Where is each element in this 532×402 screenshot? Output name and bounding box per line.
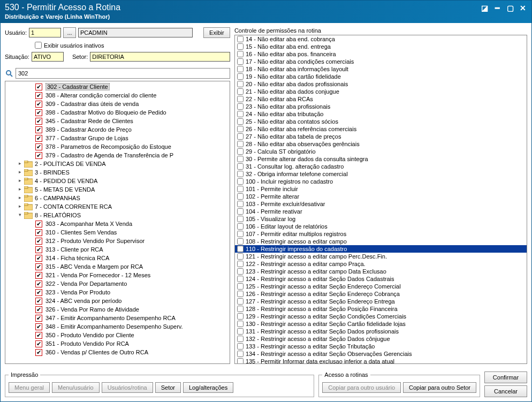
copiar-setor-button[interactable]: Copiar para outro Setor <box>403 382 476 393</box>
permission-item[interactable]: 32 - Obriga informar telefone comercial <box>235 170 527 178</box>
permission-checkbox[interactable] <box>237 126 244 132</box>
permission-checkbox[interactable] <box>237 223 244 230</box>
permission-checkbox[interactable] <box>237 171 244 177</box>
permission-item[interactable]: 110 - Restringir impressão do cadastro <box>235 245 527 253</box>
permission-item[interactable]: 107 - Permitir editar multiplos registro… <box>235 230 527 238</box>
permission-checkbox[interactable] <box>237 343 244 350</box>
permission-checkbox[interactable] <box>237 261 244 267</box>
permission-item[interactable]: 26 - Não editar aba referências comercia… <box>235 125 527 133</box>
permission-item[interactable]: 30 - Permite alterar dados da consulta s… <box>235 155 527 163</box>
permission-item[interactable]: 31 - Consultar log. alteração cadastro <box>235 163 527 170</box>
close-icon[interactable]: ✕ <box>519 4 527 12</box>
expand-icon[interactable]: ▸ <box>17 178 23 184</box>
permission-item[interactable]: 17 - Não editar aba condições comerciais <box>235 58 527 65</box>
tree-routine-item[interactable]: ✔351 - Produto Vendido Por RCA <box>6 339 229 348</box>
tree-routine-item[interactable]: ✔350 - Produto Vendido por Cliente <box>6 331 229 339</box>
checkbox-icon[interactable]: ✔ <box>35 109 42 116</box>
checkbox-icon[interactable]: ✔ <box>35 118 42 125</box>
checkbox-icon[interactable]: ✔ <box>35 84 42 90</box>
tree-routine-item[interactable]: ✔303 - Acompanhar Meta X Venda <box>6 219 229 228</box>
tree-folder-item[interactable]: ▸3 - BRINDES <box>6 168 229 177</box>
tree-routine-item[interactable]: ✔347 - Emitir Acompanhamento Desempenho … <box>6 314 229 322</box>
permission-item[interactable]: 124 - Restringir acesso a editar Seção D… <box>235 275 527 283</box>
permission-checkbox[interactable] <box>237 193 244 200</box>
permission-checkbox[interactable] <box>237 358 244 364</box>
permission-item[interactable]: 105 - Visualizar log <box>235 215 527 223</box>
permission-checkbox[interactable] <box>237 111 244 117</box>
permission-item[interactable]: 128 - Restringir acesso a editar Seção P… <box>235 305 527 313</box>
checkbox-icon[interactable]: ✔ <box>35 126 42 133</box>
permission-item[interactable]: 121 - Restringir acesso a editar campo P… <box>235 253 527 260</box>
setor-button[interactable]: Setor <box>155 382 181 393</box>
permission-checkbox[interactable] <box>237 51 244 57</box>
tree-folder-item[interactable]: ▸7 - CONTA CORRENTE RCA <box>6 202 229 211</box>
edit-icon[interactable]: ◪ <box>480 4 489 12</box>
tree-routine-item[interactable]: ✔378 - Parametros de Recomposição do Est… <box>6 142 229 151</box>
permission-item[interactable]: 122 - Restringir acesso a editar campo P… <box>235 260 527 268</box>
checkbox-icon[interactable]: ✔ <box>35 263 42 270</box>
tree-routine-item[interactable]: ✔302 - Cadastrar Cliente <box>6 82 229 91</box>
permission-item[interactable]: 23 - Não editar aba profissionais <box>235 103 527 110</box>
permission-item[interactable]: 102 - Permite alterar <box>235 193 527 200</box>
permission-item[interactable]: 123 - Restringir acesso a editar campo D… <box>235 268 527 275</box>
permission-checkbox[interactable] <box>237 336 244 342</box>
permission-checkbox[interactable] <box>237 298 244 305</box>
cancelar-button[interactable]: Cancelar <box>484 385 527 397</box>
permission-checkbox[interactable] <box>237 351 244 357</box>
permission-checkbox[interactable] <box>237 321 244 327</box>
tree-routine-item[interactable]: ✔322 - Venda Por Departamento <box>6 279 229 288</box>
checkbox-icon[interactable]: ✔ <box>35 238 42 245</box>
permission-checkbox[interactable] <box>237 253 244 260</box>
tree-routine-item[interactable]: ✔326 - Venda Por Ramo de Atividade <box>6 305 229 314</box>
tree-routine-item[interactable]: ✔389 - Cadastrar Acordo de Preço <box>6 125 229 134</box>
menu-usuario-button[interactable]: Menu/usuário <box>52 382 100 393</box>
tree-routine-item[interactable]: ✔321 - Venda Por Fornecedor - 12 Meses <box>6 271 229 279</box>
checkbox-icon[interactable]: ✔ <box>35 280 42 287</box>
permission-checkbox[interactable] <box>237 231 244 237</box>
permission-item[interactable]: 28 - Não editar aba observações gerência… <box>235 140 527 148</box>
tree-folder-item[interactable]: ▸2 - POLÍTICAS DE VENDA <box>6 160 229 168</box>
permission-checkbox[interactable] <box>237 291 244 297</box>
checkbox-icon[interactable]: ✔ <box>35 298 42 305</box>
permission-checkbox[interactable] <box>237 73 244 80</box>
usuarios-rotina-button[interactable]: Usuários/rotina <box>102 382 153 393</box>
copiar-usuario-button[interactable]: Copiar para outro usuário <box>322 382 401 393</box>
expand-icon[interactable]: ▸ <box>17 204 23 210</box>
tree-routine-item[interactable]: ✔379 - Cadastro de Agenda de Transferênc… <box>6 151 229 160</box>
menu-geral-button[interactable]: Menu geral <box>9 382 50 393</box>
permission-checkbox[interactable] <box>237 148 244 155</box>
permission-item[interactable]: 106 - Editar layout de relatórios <box>235 223 527 230</box>
expand-icon[interactable]: ▸ <box>17 195 23 201</box>
permission-item[interactable]: 16 - Não editar aba pos. financeira <box>235 50 527 58</box>
permission-item[interactable]: 125 - Restringir acesso a editar Seção E… <box>235 283 527 290</box>
permission-item[interactable]: 19 - Não editar aba cartão fidelidade <box>235 73 527 80</box>
checkbox-icon[interactable]: ✔ <box>35 101 42 108</box>
permission-item[interactable]: 27 - Não editar aba tabela de preços <box>235 133 527 140</box>
expand-icon[interactable]: ▸ <box>17 170 23 176</box>
checkbox-icon[interactable]: ✔ <box>35 221 42 227</box>
permission-checkbox[interactable] <box>237 201 244 207</box>
permission-checkbox[interactable] <box>237 328 244 335</box>
permission-checkbox[interactable] <box>237 163 244 170</box>
tree-routine-item[interactable]: ✔313 - Cliente por RCA <box>6 245 229 254</box>
expand-icon[interactable]: ▸ <box>17 187 23 193</box>
permission-checkbox[interactable] <box>237 96 244 102</box>
permission-checkbox[interactable] <box>237 186 244 192</box>
tree-routine-item[interactable]: ✔310 - Clientes Sem Vendas <box>6 228 229 237</box>
checkbox-icon[interactable]: ✔ <box>35 135 42 142</box>
expand-icon[interactable]: ▸ <box>17 161 23 167</box>
checkbox-icon[interactable]: ✔ <box>35 143 42 150</box>
permission-item[interactable]: 25 - Não editar aba contatos sócios <box>235 118 527 125</box>
log-button[interactable]: Log/alterações <box>183 382 233 393</box>
checkbox-icon[interactable]: ✔ <box>35 289 42 296</box>
permission-item[interactable]: 104 - Permite reativar <box>235 208 527 215</box>
checkbox-icon[interactable]: ✔ <box>35 349 42 356</box>
inativos-checkbox[interactable] <box>35 42 42 49</box>
permission-item[interactable]: 126 - Restringir acesso a editar Seção E… <box>235 290 527 298</box>
tree-folder-item[interactable]: ▾8 - RELATÓRIOS <box>6 211 229 219</box>
permission-item[interactable]: 21 - Não editar aba dados conjugue <box>235 88 527 95</box>
permission-item[interactable]: 134 - Restringir acesso a editar Seção O… <box>235 350 527 358</box>
checkbox-icon[interactable]: ✔ <box>35 255 42 262</box>
usuario-lookup-button[interactable]: ... <box>63 27 76 38</box>
tree-routine-item[interactable]: ✔312 - Produto Vendido Por Supervisor <box>6 237 229 245</box>
